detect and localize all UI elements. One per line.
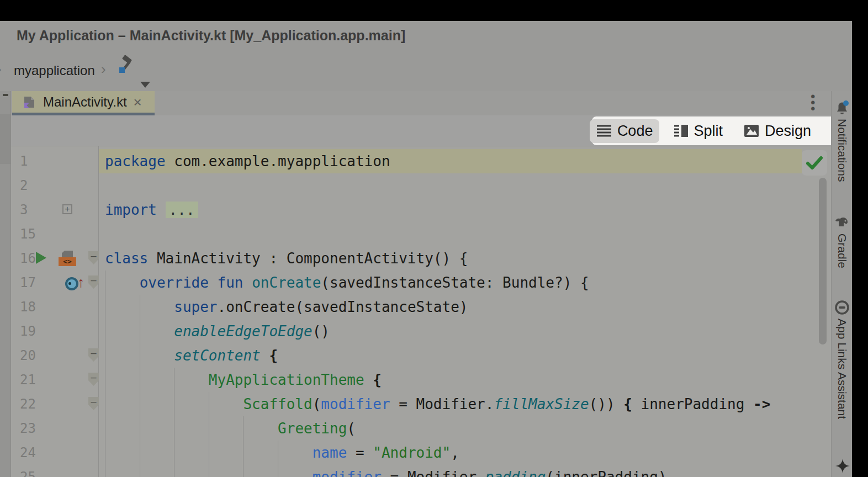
fold-collapse-icon[interactable]: –: [88, 397, 99, 410]
fold-collapse-icon[interactable]: –: [88, 275, 99, 289]
no-problems-check-icon: [806, 156, 823, 169]
kotlin-file-icon: [22, 95, 36, 109]
line-number[interactable]: 17: [20, 271, 46, 295]
line-number[interactable]: 23: [20, 416, 46, 441]
main-toolbar: › myapplication › app Medium Phone API 3…: [0, 50, 852, 92]
override-arrow-icon: ↑: [77, 274, 84, 290]
code-line[interactable]: setContent {: [105, 343, 278, 368]
code-line[interactable]: package com.example.myapplication: [105, 149, 390, 173]
override-method-gutter-icon[interactable]: [65, 277, 78, 290]
line-number[interactable]: 21: [20, 368, 46, 392]
code-line[interactable]: name = "Android",: [105, 441, 459, 465]
breadcrumb[interactable]: myapplication: [14, 63, 95, 78]
gradle-elephant-icon[interactable]: [834, 214, 850, 230]
code-line[interactable]: Greeting(: [105, 416, 356, 441]
code-line[interactable]: super.onCreate(savedInstanceState): [105, 295, 468, 319]
tool-stripe-segment: [0, 114, 10, 164]
app-links-icon[interactable]: [834, 300, 850, 317]
view-mode-switcher: Code Split Design: [592, 116, 831, 145]
code-line[interactable]: override fun onCreate(savedInstanceState…: [105, 271, 589, 295]
run-gutter-icon[interactable]: [36, 252, 46, 264]
code-view-icon: [596, 124, 612, 137]
fold-collapse-icon[interactable]: –: [88, 251, 99, 264]
code-line[interactable]: modifier = Modifier.padding(innerPadding…: [105, 465, 667, 477]
tab-close-icon[interactable]: ×: [134, 97, 142, 108]
fold-collapse-icon[interactable]: –: [88, 348, 99, 362]
fold-collapse-icon[interactable]: –: [88, 373, 99, 386]
title-bar: My Application – MainActivity.kt [My_App…: [0, 21, 852, 50]
line-number[interactable]: 3: [20, 198, 46, 222]
code-view-button[interactable]: Code: [590, 119, 660, 143]
code-line[interactable]: class MainActivity : ComponentActivity()…: [105, 246, 468, 271]
breadcrumb-chevron-icon: ›: [101, 61, 106, 78]
line-number[interactable]: 2: [20, 173, 46, 198]
gemini-sparkle-icon[interactable]: [835, 459, 850, 475]
left-tool-stripe[interactable]: [0, 91, 11, 477]
tab-mainactivity[interactable]: MainActivity.kt ×: [12, 91, 155, 113]
split-view-button[interactable]: Split: [667, 119, 729, 143]
build-dropdown-caret-icon[interactable]: [140, 82, 150, 88]
line-number[interactable]: 18: [20, 295, 46, 319]
editor-scrollbar[interactable]: [819, 178, 827, 344]
editor-toolbar: Code Split Design: [11, 115, 831, 146]
code-line[interactable]: MyApplicationTheme {: [105, 368, 382, 392]
line-number[interactable]: 19: [20, 319, 46, 343]
line-number[interactable]: 15: [20, 222, 46, 246]
stripe-item-app-links-assistant[interactable]: App Links Assistant: [835, 319, 849, 419]
override-method-gutter-icon: [68, 282, 71, 285]
inspections-widget[interactable]: [802, 150, 827, 176]
line-number[interactable]: 24: [20, 441, 46, 465]
fold-expand-icon[interactable]: +: [62, 204, 72, 214]
line-number[interactable]: 22: [20, 392, 46, 416]
window-title: My Application – MainActivity.kt [My_App…: [17, 28, 405, 44]
line-number[interactable]: 20: [20, 343, 46, 368]
breadcrumb-chevron-icon: ›: [0, 61, 2, 78]
code-editor[interactable]: 1package com.example.myapplication23+imp…: [11, 146, 831, 477]
tab-label: MainActivity.kt: [43, 94, 127, 110]
line-number[interactable]: 25: [20, 465, 46, 477]
design-view-icon: [744, 124, 759, 137]
stripe-item-gradle[interactable]: Gradle: [835, 234, 849, 268]
folded-imports-placeholder[interactable]: ...: [166, 202, 198, 218]
code-line[interactable]: enableEdgeToEdge(): [105, 319, 330, 343]
gutter-border: [98, 146, 99, 477]
stripe-item-notifications[interactable]: Notifications: [835, 119, 849, 182]
editor-tab-bar: MainActivity.kt × •••: [11, 91, 831, 115]
notifications-bell-icon[interactable]: [834, 99, 850, 118]
code-line[interactable]: import ...: [105, 198, 198, 222]
right-tool-stripe: Notifications Gradle App Links Assistant: [831, 91, 852, 477]
design-view-button[interactable]: Design: [737, 119, 818, 143]
build-hammer-icon[interactable]: [116, 55, 136, 75]
manifest-activity-gutter-icon[interactable]: <>: [59, 251, 76, 266]
code-line[interactable]: Scaffold(modifier = Modifier.fillMaxSize…: [105, 392, 770, 416]
tool-stripe-dash-icon: [3, 94, 8, 96]
line-number[interactable]: 1: [20, 149, 46, 173]
tab-options-icon[interactable]: •••: [811, 93, 815, 112]
split-view-icon: [674, 124, 688, 137]
